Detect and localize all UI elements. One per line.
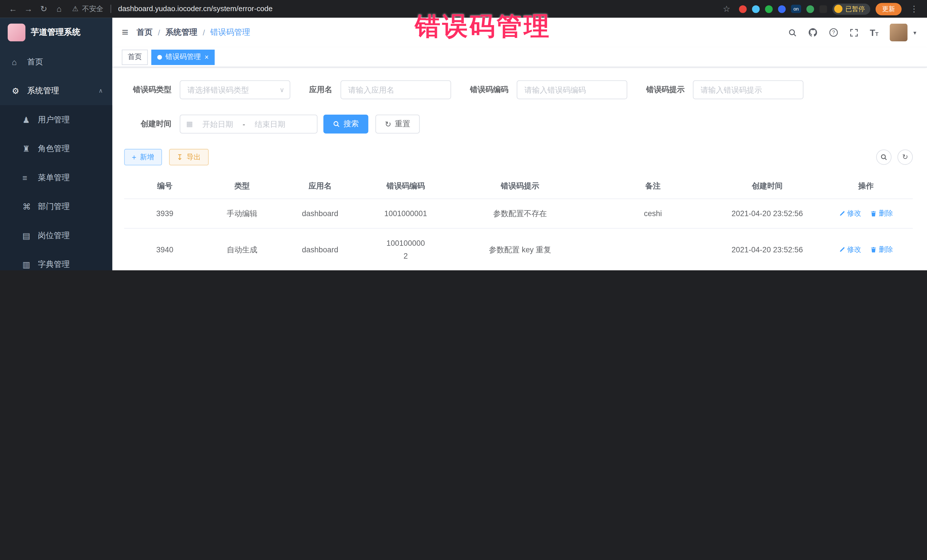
- cell-id: 3940: [124, 229, 205, 270]
- cell-remark: [590, 229, 716, 270]
- hamburger-icon[interactable]: ≡: [122, 26, 128, 39]
- date-separator: -: [243, 120, 245, 129]
- error-type-select[interactable]: ∨: [180, 80, 290, 99]
- column-header: 错误码编码: [362, 174, 450, 199]
- puzzle-extension-icon[interactable]: [819, 5, 827, 13]
- download-icon: ↧: [176, 153, 183, 162]
- sidebar-item-dept[interactable]: ⌘ 部门管理: [0, 192, 112, 221]
- reset-button[interactable]: ↻ 重置: [375, 115, 419, 134]
- back-icon[interactable]: ←: [6, 4, 20, 14]
- breadcrumb-item[interactable]: 错误码管理: [210, 27, 250, 38]
- profile-paused-chip[interactable]: 已暂停: [832, 3, 870, 14]
- edit-link[interactable]: 修改: [839, 209, 862, 219]
- refresh-table-button[interactable]: ↻: [897, 149, 913, 165]
- error-msg-input[interactable]: [693, 80, 804, 99]
- main-area: ≡ 首页/系统管理/错误码管理 ? TT: [112, 18, 927, 270]
- browser-update-button[interactable]: 更新: [876, 3, 902, 15]
- cell-remark: ceshi: [590, 199, 716, 228]
- table-row: 3940 自动生成 dashboard 100100000 2 参数配置 key…: [124, 229, 913, 270]
- filter-row-1: 错误码类型 ∨ 应用名 错误码编码: [124, 80, 913, 99]
- menu-icon: ≡: [23, 173, 38, 182]
- breadcrumb-separator: /: [158, 28, 160, 37]
- cell-code: 1001000001: [362, 199, 450, 228]
- tags-bar: 首页 错误码管理 ×: [112, 47, 927, 67]
- svg-text:?: ?: [832, 30, 835, 35]
- bookmark-star-icon[interactable]: ☆: [719, 4, 734, 14]
- forward-icon[interactable]: →: [21, 4, 36, 14]
- extension-icon[interactable]: [765, 5, 773, 13]
- delete-link[interactable]: 删除: [871, 209, 893, 219]
- help-icon[interactable]: ?: [829, 28, 839, 37]
- app-name-label: 应用名: [309, 84, 332, 95]
- address-bar[interactable]: ⚠ 不安全 dashboard.yudao.iocoder.cn/system/…: [72, 4, 273, 14]
- dict-icon: ▥: [23, 260, 38, 269]
- cell-type: 自动生成: [205, 229, 279, 270]
- extension-icon[interactable]: [778, 5, 786, 13]
- extension-on-badge[interactable]: on: [791, 5, 801, 13]
- column-header: 错误码提示: [450, 174, 590, 199]
- url-text[interactable]: dashboard.yudao.iocoder.cn/system/error-…: [118, 5, 273, 13]
- error-msg-label: 错误码提示: [646, 84, 685, 95]
- breadcrumb-item[interactable]: 首页: [137, 27, 153, 38]
- trash-icon: [871, 211, 877, 217]
- dept-icon: ⌘: [23, 202, 38, 211]
- role-icon: ♜: [23, 144, 38, 153]
- toggle-search-button[interactable]: [876, 149, 892, 165]
- error-code-input[interactable]: [517, 80, 628, 99]
- sidebar-item-post[interactable]: ▤ 岗位管理: [0, 221, 112, 250]
- font-size-icon[interactable]: TT: [870, 27, 878, 37]
- user-avatar[interactable]: [890, 24, 907, 41]
- cell-msg: 参数配置 key 重复: [450, 229, 590, 270]
- delete-link[interactable]: 删除: [871, 244, 893, 255]
- cell-time: 2021-04-20 23:52:56: [716, 229, 819, 270]
- pencil-icon: [839, 211, 845, 217]
- breadcrumb-item[interactable]: 系统管理: [166, 27, 198, 38]
- date-end-input[interactable]: [249, 120, 291, 129]
- app-logo[interactable]: 芋道管理系统: [0, 18, 112, 47]
- date-start-input[interactable]: [196, 120, 239, 129]
- cell-actions: 修改 删除: [819, 229, 913, 270]
- sidebar-item-user[interactable]: ♟ 用户管理: [0, 105, 112, 134]
- reload-icon[interactable]: ↻: [37, 4, 51, 14]
- github-icon[interactable]: [808, 28, 818, 37]
- table-toolbar: + 新增 ↧ 导出 ↻: [124, 149, 913, 165]
- sidebar-item-system[interactable]: ⚙ 系统管理 ∧: [0, 76, 112, 105]
- sidebar-item-dict[interactable]: ▥ 字典管理: [0, 250, 112, 270]
- avatar-caret-icon[interactable]: ▾: [913, 29, 916, 36]
- home-icon[interactable]: ⌂: [52, 4, 66, 14]
- edit-link[interactable]: 修改: [839, 244, 862, 255]
- screen: ← → ↻ ⌂ ⚠ 不安全 dashboard.yudao.iocoder.cn…: [0, 0, 927, 270]
- app-name-input[interactable]: [340, 80, 451, 99]
- page-content: 错误码类型 ∨ 应用名 错误码编码: [112, 67, 927, 270]
- export-button[interactable]: ↧ 导出: [169, 149, 208, 165]
- table-header-row: 编号类型应用名错误码编码错误码提示备注创建时间操作: [124, 174, 913, 199]
- cell-id: 3939: [124, 199, 205, 228]
- cell-type: 手动编辑: [205, 199, 279, 228]
- logo-image: [8, 24, 25, 41]
- sidebar-item-home[interactable]: ⌂ 首页: [0, 47, 112, 76]
- browser-menu-icon[interactable]: ⋮: [907, 4, 921, 14]
- extension-icon[interactable]: [739, 5, 747, 13]
- sidebar-menu: ⌂ 首页 ⚙ 系统管理 ∧ ♟ 用户管理 ♜ 角色管理 ≡ 菜单管理 ⌘ 部门管…: [0, 47, 112, 270]
- breadcrumb-separator: /: [203, 28, 205, 37]
- plus-icon: +: [132, 153, 136, 162]
- error-type-select-input[interactable]: [180, 80, 290, 99]
- column-header: 类型: [205, 174, 279, 199]
- tag-view[interactable]: 首页: [122, 49, 148, 65]
- close-icon[interactable]: ×: [205, 53, 209, 61]
- add-button[interactable]: + 新增: [124, 149, 162, 165]
- post-icon: ▤: [23, 231, 38, 240]
- chevron-icon: ∧: [99, 88, 103, 94]
- search-icon[interactable]: [789, 28, 797, 37]
- date-range-picker[interactable]: ▦ -: [180, 115, 318, 134]
- sidebar-item-menu[interactable]: ≡ 菜单管理: [0, 163, 112, 192]
- tag-view[interactable]: 错误码管理 ×: [152, 49, 215, 65]
- extension-icon[interactable]: [806, 5, 814, 13]
- extension-icon[interactable]: [752, 5, 760, 13]
- create-time-label: 创建时间: [124, 118, 172, 129]
- security-label: 不安全: [82, 4, 103, 14]
- fullscreen-icon[interactable]: [850, 28, 859, 37]
- sidebar-item-role[interactable]: ♜ 角色管理: [0, 134, 112, 163]
- cell-actions: 修改 删除: [819, 199, 913, 228]
- search-button[interactable]: 搜索: [324, 115, 369, 134]
